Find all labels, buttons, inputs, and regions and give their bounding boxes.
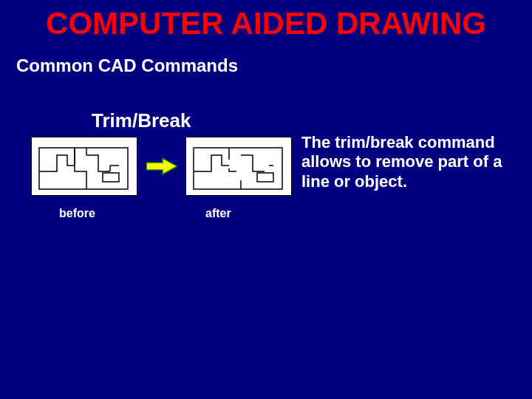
svg-rect-0 [39, 148, 128, 189]
before-caption: before [59, 207, 95, 220]
svg-rect-7 [194, 148, 282, 189]
page-title: COMPUTER AIDED DRAWING [0, 6, 532, 41]
before-panel [31, 137, 137, 196]
svg-rect-10 [257, 173, 273, 182]
arrow-right-icon [146, 157, 177, 176]
before-after-row [31, 137, 298, 203]
cad-after-icon [186, 137, 291, 195]
after-caption: after [205, 207, 231, 220]
section-heading: Trim/Break [92, 109, 191, 132]
after-panel [185, 137, 292, 196]
page-subtitle: Common CAD Commands [16, 55, 238, 76]
svg-rect-3 [103, 173, 119, 182]
description-text: The trim/break command allows to remove … [301, 133, 508, 191]
svg-marker-6 [146, 158, 177, 174]
cad-before-icon [32, 137, 137, 195]
slide: COMPUTER AIDED DRAWING Common CAD Comman… [0, 0, 532, 399]
